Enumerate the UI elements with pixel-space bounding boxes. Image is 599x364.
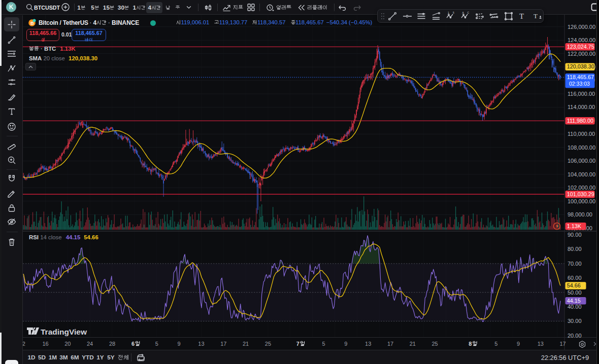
svg-text:104,000.00: 104,000.00 — [568, 171, 595, 177]
svg-text:13: 13 — [365, 341, 371, 347]
svg-text:100,000.00: 100,000.00 — [568, 198, 595, 204]
svg-text:60.00: 60.00 — [568, 275, 582, 281]
svg-text:9: 9 — [344, 341, 347, 347]
svg-text:118,465.67: 118,465.67 — [567, 74, 594, 80]
svg-text:110,000.00: 110,000.00 — [568, 131, 595, 137]
svg-text:9: 9 — [178, 341, 181, 347]
svg-text:25: 25 — [265, 341, 271, 347]
svg-text:9: 9 — [517, 341, 520, 347]
svg-text:21: 21 — [243, 341, 249, 347]
svg-text:124,000.00: 124,000.00 — [568, 37, 595, 43]
svg-text:T: T — [519, 12, 524, 20]
svg-text:T: T — [534, 12, 538, 20]
svg-text:02:33:03: 02:33:03 — [569, 81, 590, 87]
svg-text:B: B — [30, 20, 34, 26]
svg-text:126,000.00: 126,000.00 — [568, 24, 595, 30]
svg-text:101,030.29: 101,030.29 — [567, 191, 594, 197]
svg-text:70.00: 70.00 — [568, 261, 582, 267]
svg-text:2: 2 — [23, 341, 25, 347]
svg-text:122,000.00: 122,000.00 — [568, 51, 595, 57]
svg-text:5: 5 — [322, 341, 325, 347]
svg-text:5: 5 — [453, 12, 454, 14]
svg-text:108,000.00: 108,000.00 — [568, 144, 595, 151]
svg-text:20: 20 — [64, 341, 71, 347]
svg-text:54.66: 54.66 — [567, 282, 581, 288]
svg-text:80.00: 80.00 — [568, 246, 582, 252]
svg-text:5: 5 — [155, 341, 158, 347]
svg-text:21: 21 — [410, 341, 416, 347]
svg-text:6: 6 — [131, 341, 135, 347]
svg-text:8: 8 — [469, 341, 472, 347]
svg-text:5: 5 — [494, 341, 497, 347]
svg-text:13: 13 — [538, 341, 544, 347]
svg-text:7: 7 — [296, 341, 300, 347]
svg-text:40.00: 40.00 — [568, 304, 582, 310]
svg-text:111,980.00: 111,980.00 — [567, 118, 593, 124]
svg-text:TradingView: TradingView — [41, 327, 87, 336]
svg-text:24: 24 — [87, 341, 93, 347]
svg-text:114,000.00: 114,000.00 — [568, 104, 595, 110]
svg-text:102,000.00: 102,000.00 — [568, 185, 595, 191]
svg-text:17: 17 — [559, 341, 565, 347]
svg-text:C: C — [468, 12, 470, 14]
svg-text:25: 25 — [431, 341, 438, 347]
svg-text:1.13K: 1.13K — [567, 223, 582, 229]
svg-text:116,000.00: 116,000.00 — [568, 91, 595, 97]
svg-text:28: 28 — [109, 341, 115, 347]
svg-text:A: A — [462, 12, 464, 14]
svg-text:30.00: 30.00 — [568, 318, 582, 324]
svg-text:44.15: 44.15 — [567, 298, 581, 304]
svg-text:17: 17 — [387, 341, 393, 347]
svg-text:90.00: 90.00 — [568, 232, 582, 238]
svg-text:123,024.75: 123,024.75 — [567, 44, 594, 50]
svg-text:106,000.00: 106,000.00 — [568, 158, 595, 164]
svg-text:1: 1 — [448, 12, 449, 14]
svg-text:50.00: 50.00 — [568, 289, 582, 296]
svg-text:16: 16 — [42, 341, 48, 347]
svg-text:20.00: 20.00 — [568, 333, 582, 339]
svg-text:13: 13 — [198, 341, 204, 347]
svg-text:17: 17 — [220, 341, 226, 347]
svg-text:120,038.30: 120,038.30 — [567, 63, 594, 69]
svg-text:98,000.00: 98,000.00 — [568, 211, 592, 217]
